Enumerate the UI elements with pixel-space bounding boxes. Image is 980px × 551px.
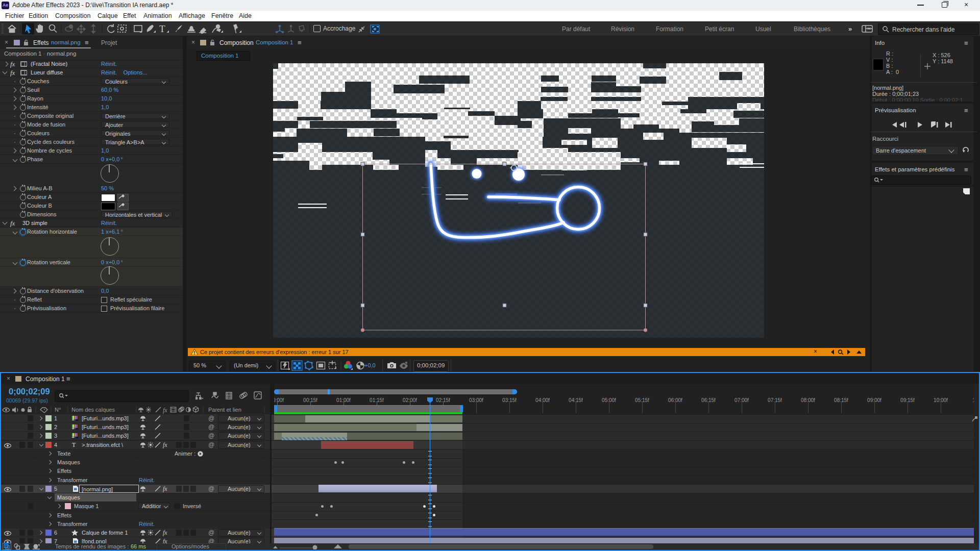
svg-text:N°: N° xyxy=(55,407,61,413)
svg-text:Parent et lien: Parent et lien xyxy=(208,407,241,413)
svg-text:fx: fx xyxy=(163,407,167,414)
svg-text:Nom des calques: Nom des calques xyxy=(71,407,115,413)
svg-text:T: T xyxy=(159,23,165,34)
